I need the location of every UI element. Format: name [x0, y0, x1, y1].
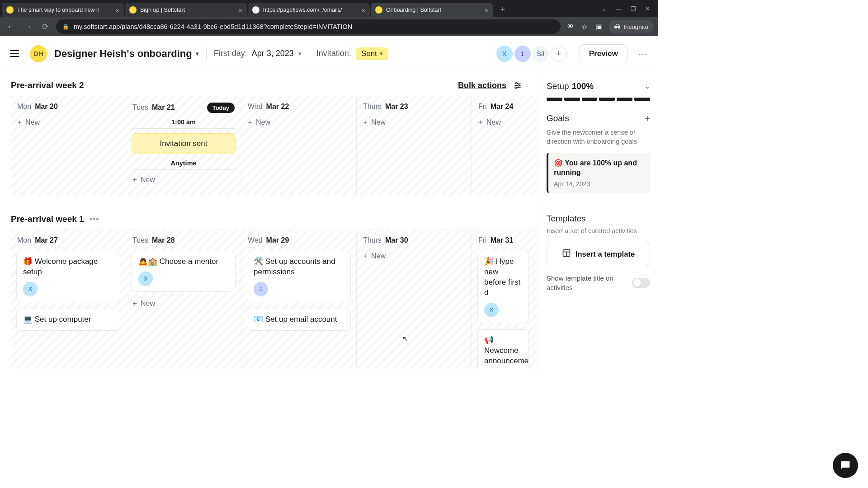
- url-field[interactable]: 🔒 my.softstart.app/plans/d48cca86-6224-4…: [56, 19, 561, 34]
- add-goal-button[interactable]: +: [644, 113, 650, 124]
- close-icon[interactable]: ×: [238, 6, 242, 14]
- tab-3[interactable]: ◐ https://pageflows.com/_/emails/ ×: [248, 3, 370, 17]
- svg-point-4: [518, 84, 519, 86]
- plan-title: Designer Heish's onboarding: [54, 48, 192, 60]
- close-icon[interactable]: ×: [484, 6, 488, 14]
- plan-avatar[interactable]: DH: [30, 45, 47, 62]
- anytime-label: Anytime: [132, 159, 236, 170]
- divider: [206, 47, 207, 61]
- avatar-1[interactable]: 1: [514, 46, 531, 62]
- task-card[interactable]: 🙇🏫 Choose a mentorX: [132, 251, 236, 292]
- incognito-label: Incognito: [623, 23, 648, 30]
- invitation-value: Sent: [361, 49, 377, 58]
- new-task-button[interactable]: +New: [131, 173, 236, 187]
- main-column: Pre-arrival week 2 Bulk actions Mon Mar …: [0, 71, 538, 369]
- task-card[interactable]: 🎉 Hype new before first dX: [477, 251, 529, 323]
- day-date: Mar 30: [385, 236, 408, 244]
- setup-progress-toggle[interactable]: Setup 100% ⌄: [547, 81, 650, 91]
- day-of-week: Fri: [478, 103, 487, 111]
- task-title: 🎉 Hype new before first d: [484, 257, 522, 298]
- avatar-sj[interactable]: SJ: [533, 46, 549, 62]
- toggle-label: Show template title on activities: [547, 273, 627, 292]
- chevron-down-icon: ▾: [196, 50, 199, 57]
- toggle-switch[interactable]: [632, 278, 650, 288]
- day-of-week: Wed: [248, 236, 263, 244]
- tab-4-active[interactable]: Onboarding | Softstart ×: [371, 3, 493, 17]
- incognito-icon: 🕶: [614, 23, 621, 31]
- day-column: Wed Mar 29 🛠️ Set up accounts and permis…: [241, 230, 357, 369]
- tabs-dropdown-icon[interactable]: ⌄: [602, 5, 607, 12]
- task-card[interactable]: 📢 Newcome announceme: [477, 329, 529, 369]
- plan-title-dropdown[interactable]: Designer Heish's onboarding ▾: [54, 48, 199, 60]
- close-window-icon[interactable]: ✕: [645, 5, 650, 12]
- back-button[interactable]: ←: [5, 22, 17, 32]
- day-column: Fri Mar 24+New: [472, 96, 534, 196]
- assignee-avatar[interactable]: X: [138, 272, 153, 286]
- eye-blocked-icon[interactable]: 👁: [565, 23, 575, 31]
- new-tab-button[interactable]: +: [496, 3, 509, 16]
- plus-icon: +: [132, 175, 137, 184]
- favicon-icon: ◐: [252, 6, 259, 14]
- avatar-x[interactable]: X: [496, 46, 513, 62]
- day-header: Tues Mar 28: [131, 235, 236, 249]
- new-task-button[interactable]: +New: [246, 115, 352, 130]
- menu-button[interactable]: [6, 46, 23, 62]
- bookmark-icon[interactable]: ☆: [580, 23, 590, 31]
- task-card[interactable]: 🎁 Welcome package setupX: [16, 251, 120, 302]
- goal-card[interactable]: 🎯 You are 100% up and running Apr 14, 20…: [547, 153, 650, 193]
- assignee-avatar[interactable]: X: [484, 303, 499, 317]
- preview-button[interactable]: Preview: [580, 44, 627, 63]
- day-column: Wed Mar 22+New: [241, 96, 357, 196]
- incognito-badge[interactable]: 🕶 Incognito: [609, 20, 654, 33]
- chevron-down-icon: ▾: [298, 50, 302, 57]
- day-date: Mar 24: [491, 103, 514, 111]
- day-date: Mar 23: [385, 103, 408, 111]
- invitation-status[interactable]: Invitation: Sent ▾: [316, 47, 388, 60]
- tab-2[interactable]: Sign up | Softstart ×: [125, 3, 247, 17]
- new-task-button[interactable]: +New: [361, 115, 467, 130]
- day-column: Thurs Mar 30+New: [357, 230, 472, 369]
- plus-icon: +: [363, 118, 368, 127]
- setup-progress-bar: [547, 98, 650, 101]
- bulk-actions-link[interactable]: Bulk actions: [458, 81, 506, 90]
- address-bar: ← → ⟳ 🔒 my.softstart.app/plans/d48cca86-…: [0, 17, 658, 36]
- svg-point-5: [515, 87, 516, 88]
- add-collaborator-button[interactable]: +: [551, 46, 567, 62]
- reload-button[interactable]: ⟳: [39, 22, 52, 32]
- event-invitation-sent[interactable]: Invitation sent: [132, 133, 236, 154]
- forward-button[interactable]: →: [22, 22, 34, 32]
- day-of-week: Thurs: [363, 103, 382, 111]
- template-icon: [562, 249, 571, 259]
- tab-title: Sign up | Softstart: [140, 7, 235, 13]
- minimize-icon[interactable]: —: [616, 5, 622, 12]
- panel-icon[interactable]: ▣: [594, 23, 604, 31]
- insert-template-button[interactable]: Insert a template: [547, 242, 650, 266]
- app-header: DH Designer Heish's onboarding ▾ First d…: [0, 36, 658, 71]
- new-task-button[interactable]: +New: [15, 115, 121, 130]
- assignee-avatar[interactable]: X: [23, 282, 38, 296]
- new-task-button[interactable]: +New: [476, 115, 530, 130]
- task-card[interactable]: 💻 Set up computer: [16, 309, 120, 331]
- today-badge: Today: [207, 103, 235, 113]
- invitation-pill: Sent ▾: [356, 47, 388, 60]
- new-task-button[interactable]: +New: [131, 296, 236, 311]
- close-icon[interactable]: ×: [115, 6, 119, 14]
- close-icon[interactable]: ×: [361, 6, 365, 14]
- task-card[interactable]: 📧 Set up email account: [247, 309, 351, 331]
- tab-1[interactable]: The smart way to onboard new h ×: [2, 3, 124, 17]
- task-card[interactable]: 🛠️ Set up accounts and permissions1: [247, 251, 351, 302]
- new-task-button[interactable]: +New: [361, 249, 467, 263]
- time-label: 1:00 am: [132, 117, 236, 129]
- maximize-icon[interactable]: ❐: [631, 5, 636, 12]
- week-menu-button[interactable]: •••: [90, 215, 99, 224]
- template-title-toggle-row: Show template title on activities: [547, 273, 650, 292]
- task-title: 🎁 Welcome package setup: [23, 257, 113, 277]
- filters-icon[interactable]: [513, 80, 523, 90]
- day-header: Mon Mar 27: [15, 235, 121, 249]
- day-of-week: Mon: [17, 103, 31, 111]
- more-menu-button[interactable]: ⋯: [638, 48, 648, 59]
- chevron-down-icon: ▾: [380, 50, 383, 57]
- first-day-picker[interactable]: First day: Apr 3, 2023 ▾: [214, 49, 302, 58]
- assignee-avatar[interactable]: 1: [254, 282, 268, 296]
- goals-title: Goals: [547, 113, 569, 123]
